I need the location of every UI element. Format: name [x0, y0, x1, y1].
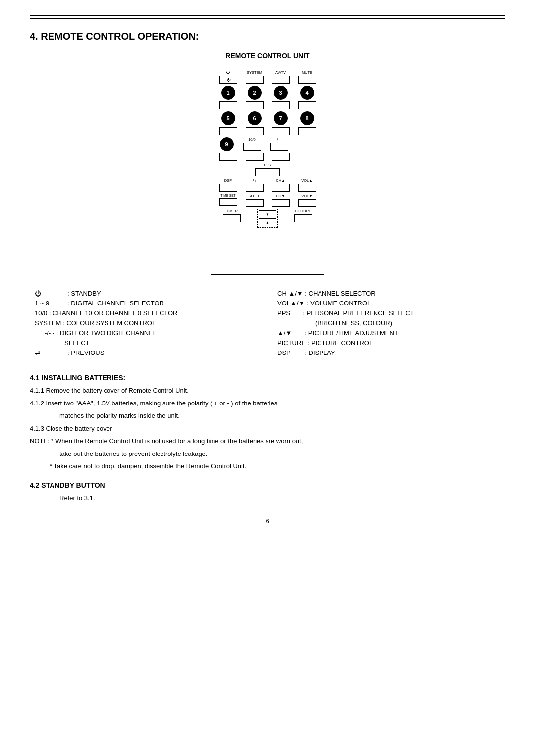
- dsp-btn[interactable]: [219, 184, 237, 192]
- avtv-group: AV/TV: [272, 70, 290, 84]
- vol-up-btn[interactable]: [298, 184, 316, 192]
- vol-up-group: VOL▲: [298, 178, 316, 192]
- btn-2[interactable]: 2: [248, 86, 262, 100]
- btn-4[interactable]: 4: [300, 86, 314, 100]
- legend-pps: PPS : PERSONAL PREFERENCE SELECT: [277, 309, 500, 317]
- remote-body: ⏻ ⏻ SYSTEM AV/TV MUTE 1 2 3 4: [211, 65, 324, 275]
- btn-6-lower[interactable]: [246, 127, 264, 135]
- btn-5[interactable]: 5: [221, 111, 235, 125]
- btn-7[interactable]: 7: [274, 111, 288, 125]
- page-number: 6: [30, 517, 505, 525]
- vol-down-btn[interactable]: [298, 199, 316, 207]
- btn-2-lower[interactable]: [246, 101, 264, 109]
- s4-1-item3: 4.1.3 Close the battery cover: [30, 424, 505, 434]
- timer-group: TIMER: [223, 209, 241, 222]
- s4-1-item2: 4.1.2 Insert two "AAA", 1.5V batteries, …: [30, 399, 505, 408]
- s4-2-text: Refer to 3.1.: [59, 493, 505, 503]
- btn-dash[interactable]: [270, 143, 288, 151]
- legend-arrowupdown: ▲/▼ : PICTURE/TIME ADJUSTMENT: [277, 329, 500, 337]
- btn-10-group: 10/0: [243, 137, 261, 151]
- system-btn[interactable]: [246, 76, 264, 84]
- prev-group: ⇆: [246, 178, 264, 192]
- remote-diagram: ⏻ ⏻ SYSTEM AV/TV MUTE 1 2 3 4: [30, 65, 505, 275]
- legend-picture: PICTURE : PICTURE CONTROL: [277, 339, 500, 347]
- top-border: [30, 15, 505, 19]
- vol-down-group: VOL▼: [298, 194, 316, 207]
- ch-down-btn[interactable]: [272, 199, 290, 207]
- legend-ch-sel: CH ▲/▼ : CHANNEL SELECTOR: [277, 290, 500, 297]
- num-row-2: 5 6 7 8: [215, 111, 320, 125]
- num-row-1: 1 2 3 4: [215, 86, 320, 100]
- btn-10[interactable]: [243, 143, 261, 151]
- legend-pps-cont: (BRIGHTNESS, COLOUR): [315, 319, 500, 327]
- num-row-1-btns: [215, 101, 320, 109]
- remote-unit-title: REMOTE CONTROL UNIT: [30, 52, 505, 60]
- btn-9[interactable]: 9: [220, 137, 234, 151]
- s4-1-note1-cont: take out the batteries to prevent electr…: [59, 449, 505, 459]
- btn-1-lower[interactable]: [219, 101, 237, 109]
- legend-vol: VOL▲/▼ : VOLUME CONTROL: [277, 300, 500, 307]
- btn-4-lower[interactable]: [298, 101, 316, 109]
- btn-6[interactable]: 6: [248, 111, 262, 125]
- control-row-2: TIME SET SLEEP CH▼ VOL▼: [215, 194, 320, 207]
- ch-down-group: CH▼: [272, 194, 290, 207]
- btn-dash-group: –/– –: [270, 137, 288, 151]
- sleep-btn[interactable]: [246, 199, 264, 207]
- btn-3[interactable]: 3: [274, 86, 288, 100]
- btn-10-lower[interactable]: [246, 153, 264, 161]
- s4-1-item1: 4.1.1 Remove the battery cover of Remote…: [30, 386, 505, 396]
- legend-right: CH ▲/▼ : CHANNEL SELECTOR VOL▲/▼ : VOLUM…: [277, 290, 500, 359]
- nav-down-btn[interactable]: ▼: [259, 210, 276, 218]
- num-row-3: 9 10/0 –/– –: [215, 137, 320, 151]
- legend-section: ⏻ : STANDBY 1 ~ 9 : DIGITAL CHANNEL SELE…: [30, 290, 505, 359]
- legend-dash: -/- - : DIGIT OR TWO DIGIT CHANNEL: [45, 329, 258, 337]
- legend-1to9: 1 ~ 9 : DIGITAL CHANNEL SELECTOR: [35, 300, 258, 307]
- sleep-group: SLEEP: [246, 194, 264, 207]
- btn-8[interactable]: 8: [300, 111, 314, 125]
- num-row-3-btns: [215, 153, 320, 161]
- nav-dotted-group: ▼ ▲: [257, 209, 278, 228]
- dsp-group: DSP: [219, 178, 237, 192]
- ch-up-group: CH▲: [272, 178, 290, 192]
- legend-dsp: DSP : DISPLAY: [277, 349, 500, 356]
- timer-btn[interactable]: [223, 214, 241, 222]
- timeset-btn[interactable]: [219, 198, 237, 206]
- mute-group: MUTE: [298, 70, 316, 84]
- btn-8-lower[interactable]: [298, 127, 316, 135]
- control-row-3: TIMER ▼ ▲ PICTURE: [215, 209, 320, 228]
- pps-group: PPS: [255, 163, 280, 176]
- s4-1-note2: * Take care not to drop, dampen, dissemb…: [50, 461, 505, 471]
- nav-up-btn[interactable]: ▲: [259, 218, 276, 226]
- section-4-2-heading: 4.2 STANDBY BUTTON: [30, 481, 505, 489]
- num-row-2-btns: [215, 127, 320, 135]
- pps-btn[interactable]: [255, 168, 280, 176]
- timeset-group: TIME SET: [219, 194, 237, 206]
- mute-btn[interactable]: [298, 76, 316, 84]
- legend-left: ⏻ : STANDBY 1 ~ 9 : DIGITAL CHANNEL SELE…: [35, 290, 258, 359]
- btn-3-lower[interactable]: [272, 101, 290, 109]
- legend-dash-cont: SELECT: [64, 339, 258, 347]
- prev-btn[interactable]: [246, 184, 264, 192]
- picture-group: PICTURE: [294, 209, 312, 222]
- btn-dash-lower[interactable]: [272, 153, 290, 161]
- power-btn[interactable]: ⏻: [219, 76, 237, 84]
- btn-1[interactable]: 1: [221, 86, 235, 100]
- legend-10-0: 10/0 : CHANNEL 10 OR CHANNEL 0 SELECTOR: [35, 309, 258, 317]
- legend-system: SYSTEM : COLOUR SYSTEM CONTROL: [35, 319, 258, 327]
- btn-9-lower[interactable]: [219, 153, 237, 161]
- top-row: ⏻ ⏻ SYSTEM AV/TV MUTE: [215, 70, 320, 84]
- avtv-btn[interactable]: [272, 76, 290, 84]
- ch-up-btn[interactable]: [272, 184, 290, 192]
- power-group: ⏻ ⏻: [219, 70, 237, 84]
- picture-btn[interactable]: [294, 214, 312, 222]
- section-4-1-heading: 4.1 INSTALLING BATTERIES:: [30, 374, 505, 382]
- s4-1-note1: NOTE: * When the Remote Control Unit is …: [30, 436, 505, 446]
- s4-1-item2-cont: matches the polarity marks inside the un…: [59, 411, 505, 421]
- btn-7-lower[interactable]: [272, 127, 290, 135]
- page-heading: 4. REMOTE CONTROL OPERATION:: [30, 31, 505, 42]
- system-group: SYSTEM: [246, 70, 264, 84]
- btn-5-lower[interactable]: [219, 127, 237, 135]
- control-row-1: DSP ⇆ CH▲ VOL▲: [215, 178, 320, 192]
- legend-standby: ⏻ : STANDBY: [35, 290, 258, 297]
- legend-prev: ⇄ : PREVIOUS: [35, 349, 258, 356]
